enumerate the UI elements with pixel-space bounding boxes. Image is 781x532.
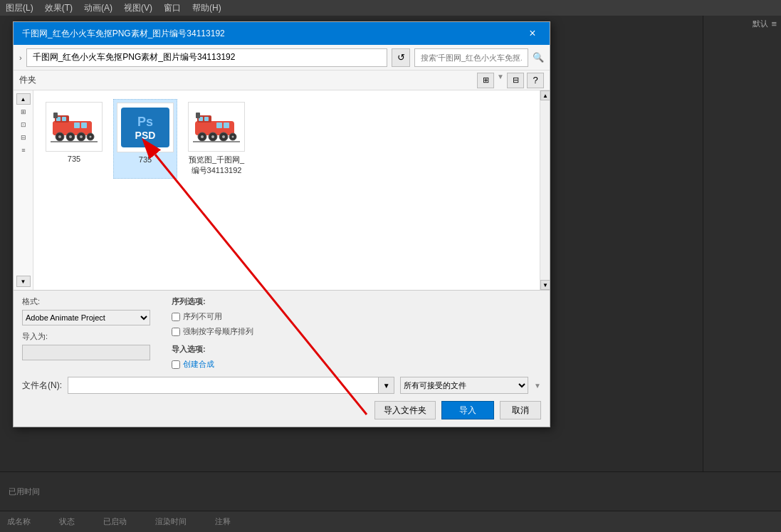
bottom-status-bar: 已用时间	[0, 471, 781, 511]
svg-rect-29	[216, 122, 222, 128]
svg-point-20	[58, 135, 61, 138]
elapsed-time-label: 已用时间	[9, 486, 40, 497]
svg-rect-15	[53, 113, 58, 118]
svg-point-39	[232, 136, 234, 138]
create-composite-checkbox[interactable]	[172, 360, 180, 369]
svg-rect-30	[224, 122, 229, 128]
file-item-train2[interactable]: 预览图_千图网_编号34113192	[184, 99, 248, 179]
format-select[interactable]: Adobe Animate Project	[22, 310, 150, 325]
format-label: 格式:	[22, 296, 150, 307]
cancel-button[interactable]: 取消	[500, 401, 541, 419]
menu-help[interactable]: 帮助(H)	[192, 2, 221, 14]
nav-item-2[interactable]: ⊡	[16, 119, 31, 130]
create-composite-link[interactable]: 创建合成	[183, 359, 214, 370]
import-button[interactable]: 导入	[441, 401, 494, 419]
svg-point-22	[80, 135, 83, 138]
col-render-time: 渲染时间	[155, 516, 187, 527]
train-svg-1	[49, 107, 99, 147]
sequence-label: 序列选项:	[172, 296, 253, 307]
nav-down-button[interactable]: ▼	[16, 276, 31, 287]
right-panel: 默认 ≡	[703, 16, 781, 493]
seq-unusable-checkbox[interactable]	[172, 313, 180, 321]
import-folder-button[interactable]: 导入文件夹	[374, 401, 436, 419]
menu-window[interactable]: 窗口	[164, 2, 181, 14]
nav-item-3[interactable]: ⊟	[16, 132, 31, 143]
filename-input[interactable]	[68, 377, 379, 394]
file-browser-container: ▲ ⊞ ⊡ ⊟ ≡ ▼	[14, 90, 550, 290]
svg-point-21	[69, 135, 72, 138]
nav-items: ⊞ ⊡ ⊟ ≡	[15, 105, 31, 276]
filetype-dropdown-arrow: ▼	[534, 382, 541, 390]
import-as-label: 导入为:	[22, 331, 150, 342]
address-bar: › ↺ 🔍	[14, 45, 550, 71]
address-back-icon[interactable]: ›	[19, 53, 22, 62]
options-col: 序列选项: 序列不可用 强制按字母顺序排列 导入选项: 创建合成	[172, 296, 253, 370]
toolbar-buttons: ⊞ ▼ ⊟ ?	[477, 73, 544, 88]
dialog-close-button[interactable]: ×	[524, 25, 541, 42]
nav-up-button[interactable]: ▲	[16, 93, 31, 105]
file-toolbar: 件夹 ⊞ ▼ ⊟ ?	[14, 71, 550, 90]
default-label: 默认	[753, 19, 768, 29]
col-name: 成名称	[7, 516, 31, 527]
file-icon-psd: Ps PSD	[117, 103, 174, 152]
address-input[interactable]	[26, 48, 387, 67]
menu-layer[interactable]: 图层(L)	[6, 2, 33, 14]
help-button[interactable]: ?	[527, 73, 544, 88]
file-area: 735 Ps PSD 735	[33, 90, 550, 290]
menu-effect[interactable]: 效果(T)	[45, 2, 73, 14]
filename-dropdown-button[interactable]: ▼	[379, 377, 394, 394]
seq-unusable-label: 序列不可用	[183, 311, 222, 322]
file-name-1: 735	[68, 155, 80, 163]
filename-row: 文件名(N): ▼ 所有可接受的文件 ▼	[14, 372, 550, 397]
svg-rect-14	[81, 122, 87, 128]
scrollbar: ▲ ▼	[540, 90, 550, 290]
col-started: 已启动	[103, 516, 127, 527]
seq-sort-checkbox[interactable]	[172, 328, 180, 336]
seq-sort-row: 强制按字母顺序排列	[172, 326, 253, 337]
svg-rect-31	[196, 113, 200, 118]
col-status: 状态	[59, 516, 75, 527]
train-svg-2	[192, 107, 241, 147]
svg-point-23	[90, 136, 92, 138]
scroll-up-button[interactable]: ▲	[540, 90, 550, 100]
import-dialog: 千图网_红色小火车免抠PNG素材_图片编号34113192 × › ↺ 🔍 件夹…	[13, 21, 550, 427]
svg-rect-28	[204, 117, 209, 121]
filetype-select[interactable]: 所有可接受的文件	[400, 377, 528, 394]
scroll-down-button[interactable]: ▼	[540, 280, 550, 290]
dialog-title-bar: 千图网_红色小火车免抠PNG素材_图片编号34113192 ×	[14, 22, 550, 45]
psd-icon: Ps PSD	[121, 108, 169, 147]
address-refresh-button[interactable]: ↺	[392, 48, 410, 67]
format-col: 格式: Adobe Animate Project 导入为:	[22, 296, 150, 370]
file-item-psd[interactable]: Ps PSD 735	[113, 99, 177, 179]
toolbar-left-label: 件夹	[19, 74, 36, 86]
view-grid-button[interactable]: ⊟	[507, 73, 524, 88]
timeline-bar: 成名称 状态 已启动 渲染时间 注释	[0, 511, 781, 532]
create-composite-row: 创建合成	[172, 359, 253, 370]
search-input[interactable]	[414, 48, 528, 67]
file-icon-train2	[188, 102, 245, 152]
file-item-train1[interactable]: 735	[42, 99, 106, 179]
svg-point-37	[211, 135, 214, 138]
file-icon-train1	[46, 102, 103, 152]
nav-item-1[interactable]: ⊞	[16, 106, 31, 118]
search-icon: 🔍	[533, 52, 544, 63]
panel-menu-icon[interactable]: ≡	[771, 19, 777, 29]
left-nav: ▲ ⊞ ⊡ ⊟ ≡ ▼	[14, 90, 33, 290]
filename-label: 文件名(N):	[22, 380, 62, 392]
menu-view[interactable]: 视图(V)	[124, 2, 152, 14]
col-notes: 注释	[215, 516, 231, 527]
import-as-input	[22, 345, 150, 360]
bottom-form: 格式: Adobe Animate Project 导入为: 序列选项: 序列不…	[14, 290, 550, 372]
svg-rect-13	[74, 122, 80, 128]
import-options-label: 导入选项:	[172, 344, 253, 355]
filename-input-wrap: ▼	[68, 377, 394, 394]
svg-rect-12	[62, 117, 66, 121]
seq-sort-label: 强制按字母顺序排列	[183, 326, 253, 337]
action-buttons-row: 导入文件夹 导入 取消	[14, 397, 550, 427]
menu-bar: 图层(L) 效果(T) 动画(A) 视图(V) 窗口 帮助(H)	[0, 0, 781, 16]
nav-item-4[interactable]: ≡	[16, 145, 31, 156]
menu-animation[interactable]: 动画(A)	[84, 2, 112, 14]
dialog-title: 千图网_红色小火车免抠PNG素材_图片编号34113192	[22, 28, 225, 40]
view-list-button[interactable]: ⊞	[477, 73, 494, 88]
file-name-3: 预览图_千图网_编号34113192	[187, 155, 246, 176]
